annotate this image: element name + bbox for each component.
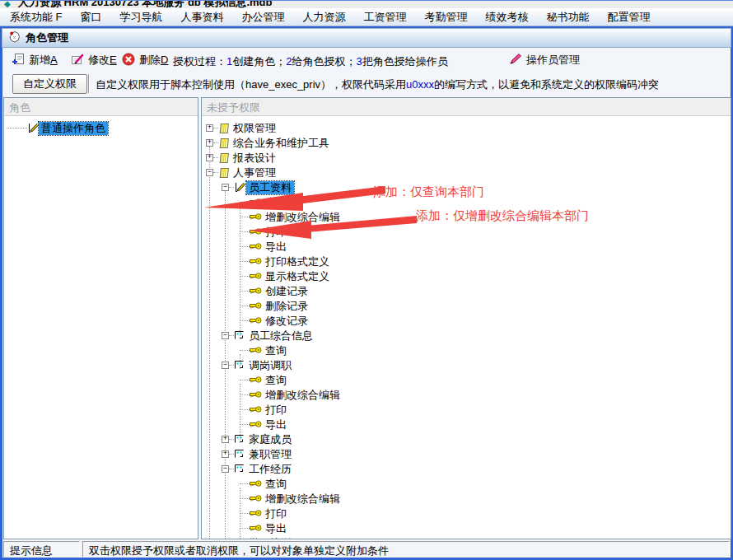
roles-tree[interactable]: 普通操作角色 bbox=[4, 116, 198, 539]
delete-button[interactable]: 删除D bbox=[119, 51, 170, 69]
role-icon bbox=[234, 182, 247, 194]
expand-plus-icon[interactable]: + bbox=[222, 450, 229, 458]
custom-privilege-button[interactable]: 自定义权限 bbox=[12, 74, 87, 94]
menu-item[interactable]: 办公管理 bbox=[239, 8, 288, 26]
collapse-minus-icon[interactable]: − bbox=[222, 184, 229, 191]
tree-row[interactable]: +权限管理 bbox=[202, 121, 731, 136]
key-icon bbox=[250, 256, 263, 268]
role-management-window: 角色管理 新增A bbox=[0, 26, 733, 560]
form-icon bbox=[234, 360, 247, 371]
tree-row[interactable]: +综合业务和维护工具 bbox=[202, 136, 731, 151]
tree-row[interactable]: 打印 bbox=[202, 225, 731, 240]
tree-node-label: 查询 bbox=[263, 344, 289, 357]
tree-node-label: 导出 bbox=[263, 240, 289, 254]
tree-node-label: 导出 bbox=[263, 522, 289, 535]
edit-button[interactable]: 修改E bbox=[68, 51, 119, 69]
tree-row[interactable]: 修改记录 bbox=[202, 314, 731, 329]
tree-row[interactable]: 打印 bbox=[202, 403, 731, 418]
menu-item[interactable]: 人力资源 bbox=[300, 8, 349, 26]
key-icon bbox=[250, 301, 263, 312]
tree-connector bbox=[240, 261, 250, 262]
collapse-minus-icon[interactable]: − bbox=[206, 169, 213, 176]
operator-pencil-icon bbox=[509, 53, 522, 68]
form-icon bbox=[234, 538, 247, 539]
menu-item[interactable]: 人事资料 bbox=[178, 8, 227, 26]
tree-row[interactable]: 显示格式定义 bbox=[202, 269, 731, 284]
tree-row[interactable]: −调岗调职 bbox=[202, 358, 731, 373]
tree-node-label: 工作经历 bbox=[246, 463, 294, 476]
menu-item[interactable]: 秘书功能 bbox=[544, 8, 593, 26]
tree-row[interactable]: +家庭成员 bbox=[202, 432, 731, 447]
tree-node-label: 打印 bbox=[263, 507, 289, 520]
text-segment: 自定义权限用于脚本控制使用（have_exec_priv），权限代码采用 bbox=[96, 78, 406, 91]
tree-row[interactable]: 创建记录 bbox=[202, 284, 731, 299]
new-button[interactable]: 新增A bbox=[9, 51, 60, 69]
expand-plus-icon[interactable]: + bbox=[222, 436, 229, 443]
text-segment: 创建角色； bbox=[232, 55, 286, 68]
tree-node-label: 员工资料 bbox=[246, 181, 294, 194]
tree-connector bbox=[240, 394, 250, 395]
tree-node-label: 兼职管理 bbox=[246, 448, 294, 461]
key-icon bbox=[250, 197, 263, 208]
collapse-minus-icon[interactable]: − bbox=[222, 332, 229, 339]
menu-item[interactable]: 配置管理 bbox=[605, 8, 654, 26]
menu-item[interactable]: 考勤管理 bbox=[422, 8, 471, 26]
tree-node-label: 权限管理 bbox=[231, 122, 278, 135]
window-title-bar: 角色管理 bbox=[2, 28, 731, 48]
expand-plus-icon[interactable]: + bbox=[206, 124, 213, 132]
tree-connector bbox=[240, 291, 250, 292]
collapse-minus-icon[interactable]: − bbox=[222, 465, 229, 473]
tree-node-label: 查询 bbox=[263, 478, 289, 491]
tree-row[interactable]: 查询 bbox=[202, 477, 731, 492]
tree-row[interactable]: −工作经历 bbox=[202, 462, 731, 477]
expand-plus-icon[interactable]: + bbox=[206, 139, 213, 147]
tree-row[interactable]: −员工综合信息 bbox=[202, 329, 731, 343]
tree-node-label: 增删改综合编辑 bbox=[263, 389, 343, 402]
text-segment: 授权过程： bbox=[173, 55, 226, 68]
operator-management-label: 操作员管理 bbox=[526, 53, 580, 68]
form-icon bbox=[234, 330, 247, 342]
expand-plus-icon[interactable]: + bbox=[206, 154, 213, 161]
toolbar-main: 新增A 修改E bbox=[2, 48, 731, 72]
menu-item[interactable]: 学习导航 bbox=[117, 8, 166, 26]
status-message: 双击权限授予权限或者取消权限，可以对对象单独定义附加条件 bbox=[82, 541, 730, 558]
tree-node-label: 导出 bbox=[263, 418, 289, 432]
permissions-tree[interactable]: +权限管理+综合业务和维护工具+报表设计−人事管理−员工资料查询增删改综合编辑打… bbox=[202, 116, 731, 539]
menu-item[interactable]: 绩效考核 bbox=[483, 8, 532, 26]
menu-item[interactable]: 窗口 bbox=[77, 8, 105, 26]
key-icon bbox=[250, 419, 263, 431]
role-hand-icon bbox=[7, 30, 21, 46]
tree-row[interactable]: 增删改综合编辑 bbox=[202, 492, 731, 506]
text-segment: 把角色授给操作员 bbox=[362, 55, 448, 68]
tree-row[interactable]: +兼职管理 bbox=[202, 447, 731, 462]
collapse-minus-icon[interactable]: − bbox=[222, 362, 229, 369]
tree-connector bbox=[240, 513, 250, 514]
key-icon bbox=[250, 271, 263, 282]
tree-connector bbox=[240, 380, 250, 380]
tree-row[interactable]: +报表设计 bbox=[202, 151, 731, 166]
form-icon bbox=[234, 434, 247, 446]
app-icon: ◆ bbox=[4, 0, 11, 8]
menu-item[interactable]: 系统功能 F bbox=[7, 8, 66, 26]
tree-row[interactable]: 普通操作角色 bbox=[4, 121, 198, 136]
tree-connector bbox=[240, 498, 250, 499]
authorization-process-text: 授权过程：1创建角色；2给角色授权；3把角色授给操作员 bbox=[173, 54, 448, 69]
text-segment: u0xxx bbox=[406, 78, 434, 91]
menu-bar: 系统功能 F窗口学习导航人事资料办公管理人力资源工资管理考勤管理绩效考核秘书功能… bbox=[0, 8, 733, 26]
operator-management-button[interactable]: 操作员管理 bbox=[507, 51, 582, 69]
tree-row[interactable]: 打印格式定义 bbox=[202, 254, 731, 269]
text-segment: 的编写方式，以避免和系统定义的权限编码冲突 bbox=[434, 78, 659, 91]
tree-row[interactable]: −人事管理 bbox=[202, 166, 731, 180]
tree-row[interactable]: +学习培训 bbox=[202, 536, 731, 539]
tree-node-label: 显示格式定义 bbox=[263, 270, 332, 283]
menu-item[interactable]: 工资管理 bbox=[361, 8, 410, 26]
tree-row[interactable]: 查询 bbox=[202, 373, 731, 388]
tree-row[interactable]: 导出 bbox=[202, 240, 731, 254]
tree-row[interactable]: 增删改综合编辑 bbox=[202, 388, 731, 403]
tree-row[interactable]: 导出 bbox=[202, 418, 731, 432]
tree-row[interactable]: 查询 bbox=[202, 343, 731, 358]
tree-row[interactable]: 导出 bbox=[202, 521, 731, 536]
tree-row[interactable]: 删除记录 bbox=[202, 299, 731, 314]
tree-row[interactable]: 打印 bbox=[202, 506, 731, 521]
key-icon bbox=[250, 241, 263, 253]
